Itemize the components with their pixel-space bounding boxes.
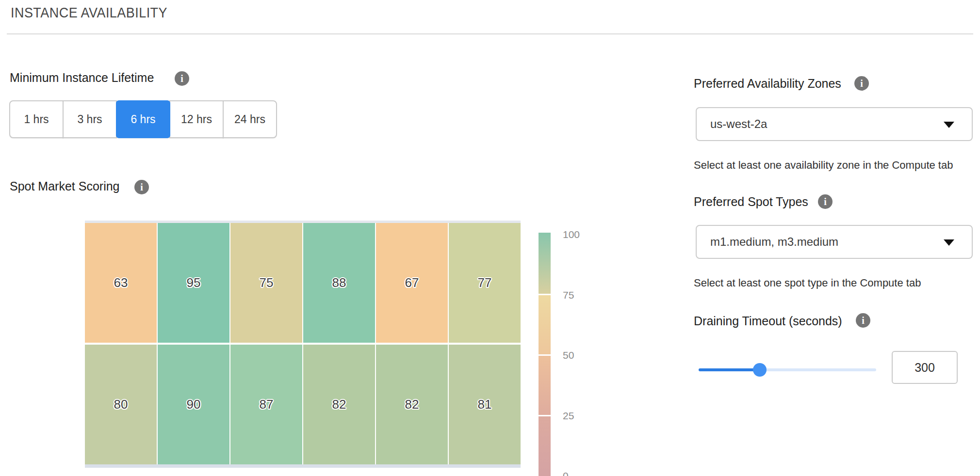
lifetime-option-6-hrs[interactable]: 6 hrs [116,100,170,138]
availability-zones-dropdown-value: us-west-2a [710,117,767,131]
heatmap-cell-us-west-2a-4[interactable]: 67 [376,223,448,343]
chevron-down-icon [944,239,954,246]
heatmap-cell-value: 82 [405,397,419,412]
preferred-spot-types-label: Preferred Spot Types [694,195,808,209]
heatmap-cell-us-west-2b-1[interactable]: 90 [158,345,229,464]
colorbar-tick: 75 [563,289,574,301]
heatmap-cell-us-west-2a-1[interactable]: 95 [158,223,229,343]
heatmap-cell-value: 63 [114,275,128,290]
chevron-down-icon [944,122,954,128]
colorbar-tick: 25 [563,410,574,422]
lifetime-button-group: 1 hrs3 hrs6 hrs12 hrs24 hrs [9,100,277,138]
heatmap-cell-us-west-2a-3[interactable]: 88 [303,223,375,343]
lifetime-option-12-hrs[interactable]: 12 hrs [169,100,224,138]
minimum-instance-lifetime-label: Minimum Instance Lifetime [10,71,154,85]
heatmap-cell-value: 81 [478,397,492,412]
colorbar-tick: 100 [563,229,580,240]
info-icon[interactable]: i [134,180,149,194]
draining-timeout-input[interactable] [892,351,958,384]
heatmap-cell-value: 67 [405,275,419,290]
availability-zones-dropdown[interactable]: us-west-2a [696,107,973,141]
slider-thumb[interactable] [753,363,767,377]
info-icon[interactable]: i [854,76,869,91]
heatmap-cell-value: 87 [260,397,274,412]
colorbar-segment [539,416,551,476]
spot-types-helper-text: Select at least one spot type in the Com… [694,277,921,289]
colorbar [539,233,551,476]
heatmap-cell-us-west-2b-4[interactable]: 82 [376,345,448,464]
instance-availability-panel: INSTANCE AVAILABILITY Minimum Instance L… [0,0,980,476]
colorbar-tick: 0 [563,470,569,476]
colorbar-segment [539,356,551,415]
availability-zones-helper-text: Select at least one availability zone in… [694,159,953,172]
heatmap-cell-value: 75 [260,275,274,290]
draining-timeout-label: Draining Timeout (seconds) [694,314,842,328]
draining-timeout-slider[interactable] [699,368,876,371]
heatmap-cell-value: 80 [114,397,128,412]
info-icon[interactable]: i [175,71,189,86]
info-icon[interactable]: i [856,313,870,328]
heatmap-cell-us-west-2b-3[interactable]: 82 [303,345,375,464]
heatmap-cell-value: 82 [332,397,346,412]
header-divider [7,33,973,34]
colorbar-tick: 50 [563,349,574,361]
page-title: INSTANCE AVAILABILITY [11,5,167,21]
heatmap-cell-value: 90 [187,397,201,412]
heatmap-cell-value: 88 [332,275,346,290]
colorbar-segment [539,295,551,354]
heatmap-cell-us-west-2a-5[interactable]: 77 [449,223,521,343]
spot-market-scoring-label: Spot Market Scoring [10,179,120,193]
heatmap-cell-us-west-2b-2[interactable]: 87 [230,345,302,464]
spot-scoring-heatmap: 639575886777809087828281 [85,221,521,468]
preferred-availability-zones-label: Preferred Availability Zones [694,77,841,91]
spot-types-dropdown-value: m1.medium, m3.medium [710,235,838,249]
lifetime-option-24-hrs[interactable]: 24 hrs [223,100,277,138]
heatmap-cell-us-west-2a-0[interactable]: 63 [85,223,157,343]
heatmap-cell-us-west-2b-5[interactable]: 81 [449,345,521,464]
lifetime-option-3-hrs[interactable]: 3 hrs [63,100,117,138]
heatmap-cell-value: 95 [187,275,201,290]
heatmap-grid: 639575886777809087828281 [85,223,521,464]
slider-fill [699,368,760,371]
info-icon[interactable]: i [818,194,833,209]
heatmap-bottom-edge [85,464,521,468]
heatmap-cell-value: 77 [478,275,492,290]
lifetime-option-1-hrs[interactable]: 1 hrs [9,100,64,138]
colorbar-segment [539,233,551,294]
heatmap-cell-us-west-2a-2[interactable]: 75 [230,223,302,343]
colorbar-ticks: 1007550250 [563,233,597,476]
heatmap-cell-us-west-2b-0[interactable]: 80 [85,345,157,464]
spot-types-dropdown[interactable]: m1.medium, m3.medium [696,225,973,259]
